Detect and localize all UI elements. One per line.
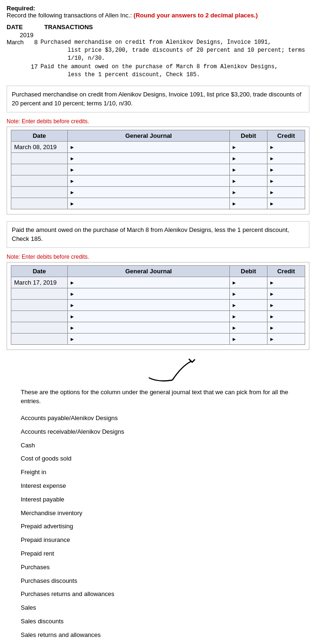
- list-item[interactable]: Freight in: [21, 466, 309, 479]
- date-cell-2-1[interactable]: March 17, 2019: [11, 277, 68, 288]
- credit-cell-2-3[interactable]: ▸: [267, 299, 305, 310]
- journal-section-2: Date General Journal Debit Credit March …: [7, 262, 309, 350]
- options-list: Accounts payable/Alenikov Designs Accoun…: [21, 412, 309, 644]
- date-cell-1-6[interactable]: [11, 198, 68, 209]
- debit-cell-2-1[interactable]: ▸: [230, 277, 267, 288]
- debit-cell-1-6[interactable]: ▸: [230, 198, 267, 209]
- list-item[interactable]: Sales returns and allowances: [21, 628, 309, 642]
- journal-cell-1-5[interactable]: ▸: [68, 186, 230, 198]
- table-row: ▸ ▸ ▸: [11, 186, 305, 198]
- list-item[interactable]: Cost of goods sold: [21, 452, 309, 466]
- list-item[interactable]: Interest expense: [21, 479, 309, 493]
- date-cell-2-5[interactable]: [11, 322, 68, 333]
- table-row: ▸ ▸ ▸: [11, 310, 305, 322]
- col-header-debit-2: Debit: [230, 265, 267, 277]
- col-header-journal-1: General Journal: [68, 130, 230, 141]
- transaction-row-8: March 8 Purchased merchandise on credit …: [7, 39, 309, 62]
- debit-cell-2-4[interactable]: ▸: [230, 310, 267, 322]
- journal-cell-1-6[interactable]: ▸: [68, 198, 230, 209]
- table-row: ▸ ▸ ▸: [11, 322, 305, 333]
- table-row: ▸ ▸ ▸: [11, 333, 305, 344]
- list-item[interactable]: Merchandise inventory: [21, 507, 309, 520]
- note-1: Note: Enter debits before credits.: [7, 118, 309, 125]
- trans-header: DATE TRANSACTIONS: [7, 24, 309, 31]
- debit-cell-1-1[interactable]: ▸: [230, 141, 267, 152]
- col-header-date-1: Date: [11, 130, 68, 141]
- journal-table-2: Date General Journal Debit Credit March …: [11, 265, 305, 345]
- date-cell-1[interactable]: March 08, 2019: [11, 141, 68, 152]
- table-row: ▸ ▸ ▸: [11, 198, 305, 209]
- context-box-2: Paid the amount owed on the purchase of …: [7, 221, 309, 248]
- col-header-credit-2: Credit: [267, 265, 305, 277]
- arrow-annotation: [35, 357, 309, 385]
- journal-cell-1-2[interactable]: ▸: [68, 152, 230, 164]
- credit-cell-1-2[interactable]: ▸: [267, 152, 305, 164]
- journal-cell-2-4[interactable]: ▸: [68, 310, 230, 322]
- col-header-date-2: Date: [11, 265, 68, 277]
- date-cell-1-3[interactable]: [11, 164, 68, 175]
- journal-cell-2-6[interactable]: ▸: [68, 333, 230, 344]
- debit-cell-2-6[interactable]: ▸: [230, 333, 267, 344]
- list-item[interactable]: Prepaid advertising: [21, 520, 309, 533]
- credit-cell-2-1[interactable]: ▸: [267, 277, 305, 288]
- date-cell-1-2[interactable]: [11, 152, 68, 164]
- required-label: Required:: [7, 5, 309, 12]
- list-item[interactable]: Cash: [21, 439, 309, 453]
- date-cell-1-4[interactable]: [11, 175, 68, 186]
- journal-cell-2-2[interactable]: ▸: [68, 288, 230, 299]
- credit-cell-2-6[interactable]: ▸: [267, 333, 305, 344]
- list-item[interactable]: Sales: [21, 601, 309, 615]
- debit-cell-1-5[interactable]: ▸: [230, 186, 267, 198]
- table-row: ▸ ▸ ▸: [11, 164, 305, 175]
- journal-table-1: Date General Journal Debit Credit March …: [11, 130, 305, 209]
- journal-section-1: Date General Journal Debit Credit March …: [7, 127, 309, 215]
- credit-cell-1-4[interactable]: ▸: [267, 175, 305, 186]
- credit-cell-2-5[interactable]: ▸: [267, 322, 305, 333]
- transaction-row-17: 17 Paid the amount owed on the purchase …: [7, 63, 309, 79]
- journal-cell-2-3[interactable]: ▸: [68, 299, 230, 310]
- list-item[interactable]: Prepaid rent: [21, 547, 309, 561]
- credit-cell-2-4[interactable]: ▸: [267, 310, 305, 322]
- table-row: March 08, 2019 ▸ ▸ ▸: [11, 141, 305, 152]
- list-item[interactable]: Accounts receivable/Alenikov Designs: [21, 425, 309, 439]
- debit-cell-2-2[interactable]: ▸: [230, 288, 267, 299]
- journal-cell-2-1[interactable]: ▸: [68, 277, 230, 288]
- table-row: ▸ ▸ ▸: [11, 299, 305, 310]
- arrow-icon: [144, 357, 201, 385]
- table-row: ▸ ▸ ▸: [11, 288, 305, 299]
- table-row: ▸ ▸ ▸: [11, 175, 305, 186]
- context-box-1: Purchased merchandise on credit from Ale…: [7, 86, 309, 112]
- credit-cell-1-5[interactable]: ▸: [267, 186, 305, 198]
- list-item[interactable]: Purchases returns and allowances: [21, 588, 309, 601]
- list-item[interactable]: Prepaid insurance: [21, 533, 309, 547]
- credit-cell-1-1[interactable]: ▸: [267, 141, 305, 152]
- date-cell-2-2[interactable]: [11, 288, 68, 299]
- journal-cell-1-3[interactable]: ▸: [68, 164, 230, 175]
- debit-cell-2-3[interactable]: ▸: [230, 299, 267, 310]
- arrow-note: These are the options for the column und…: [21, 388, 309, 406]
- trans-year: 2019: [7, 32, 309, 39]
- list-item[interactable]: Sales tax payable: [21, 642, 309, 644]
- list-item[interactable]: Sales discounts: [21, 615, 309, 628]
- debit-cell-1-3[interactable]: ▸: [230, 164, 267, 175]
- date-cell-2-3[interactable]: [11, 299, 68, 310]
- credit-cell-1-3[interactable]: ▸: [267, 164, 305, 175]
- list-item[interactable]: Purchases: [21, 561, 309, 574]
- credit-cell-1-6[interactable]: ▸: [267, 198, 305, 209]
- list-item[interactable]: Interest payable: [21, 493, 309, 507]
- list-item[interactable]: Accounts payable/Alenikov Designs: [21, 412, 309, 425]
- note-2: Note: Enter debits before credits.: [7, 254, 309, 260]
- journal-cell-1-4[interactable]: ▸: [68, 175, 230, 186]
- journal-cell-2-5[interactable]: ▸: [68, 322, 230, 333]
- debit-cell-1-2[interactable]: ▸: [230, 152, 267, 164]
- date-cell-1-5[interactable]: [11, 186, 68, 198]
- col-header-journal-2: General Journal: [68, 265, 230, 277]
- date-cell-2-4[interactable]: [11, 310, 68, 322]
- date-cell-2-6[interactable]: [11, 333, 68, 344]
- journal-cell-1-1[interactable]: ▸: [68, 141, 230, 152]
- debit-cell-2-5[interactable]: ▸: [230, 322, 267, 333]
- credit-cell-2-2[interactable]: ▸: [267, 288, 305, 299]
- debit-cell-1-4[interactable]: ▸: [230, 175, 267, 186]
- list-item[interactable]: Purchases discounts: [21, 574, 309, 588]
- intro-line: Record the following transactions of All…: [7, 12, 309, 19]
